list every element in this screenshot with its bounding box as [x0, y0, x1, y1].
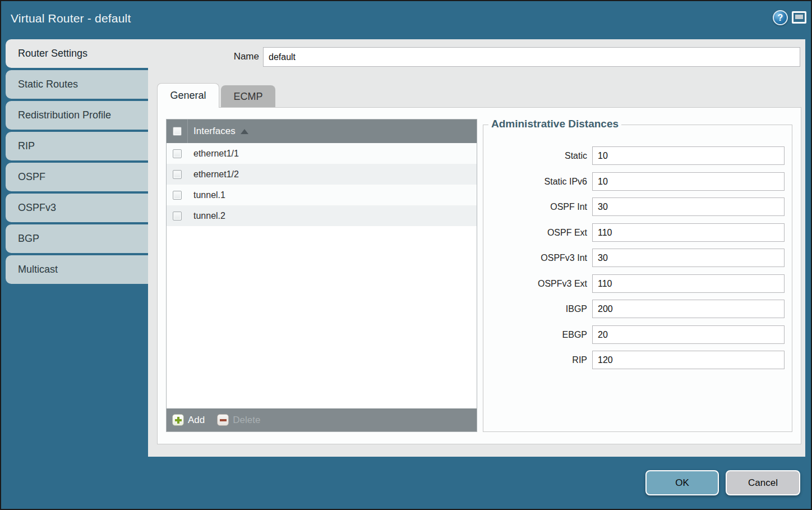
ospfv3-ext-label: OSPFv3 Ext	[483, 279, 587, 289]
row-checkbox[interactable]	[173, 170, 182, 179]
field-row: OSPF Ext	[483, 223, 792, 242]
sidebar-item-router-settings[interactable]: Router Settings	[6, 39, 148, 68]
row-checkbox[interactable]	[173, 149, 182, 158]
table-row[interactable]: ethernet1/2	[167, 164, 477, 185]
sidebar-item-ospf[interactable]: OSPF	[6, 163, 148, 191]
ospfv3-ext-input[interactable]	[592, 274, 785, 293]
rip-label: RIP	[483, 355, 587, 365]
field-row: Static	[483, 146, 792, 166]
field-row: OSPF Int	[483, 197, 792, 217]
interface-name: ethernet1/2	[193, 169, 239, 180]
sidebar-item-multicast[interactable]: Multicast	[6, 255, 148, 284]
row-checkbox[interactable]	[173, 191, 182, 200]
static-label: Static	[483, 151, 587, 161]
tab-general[interactable]: General	[157, 83, 219, 108]
ebgp-input[interactable]	[592, 325, 785, 344]
row-checkbox[interactable]	[173, 212, 182, 220]
ospf-ext-input[interactable]	[592, 223, 785, 242]
field-row: OSPFv3 Ext	[483, 274, 792, 293]
interface-name: tunnel.1	[193, 190, 225, 200]
sidebar-item-bgp[interactable]: BGP	[6, 224, 148, 253]
interfaces-table-body: ethernet1/1 ethernet1/2 tunnel.1 tunnel.…	[167, 143, 477, 408]
add-button-label: Add	[188, 415, 205, 426]
dialog-title: Virtual Router - default	[11, 12, 131, 25]
ibgp-label: IBGP	[483, 304, 587, 314]
static-ipv6-input[interactable]	[592, 172, 785, 191]
ibgp-input[interactable]	[592, 300, 785, 318]
table-row[interactable]: ethernet1/1	[167, 143, 477, 164]
ospfv3-int-label: OSPFv3 Int	[483, 253, 587, 263]
interfaces-table-header: Interfaces	[167, 120, 477, 143]
interfaces-table-footer: Add Delete	[167, 408, 477, 431]
interfaces-column-header[interactable]: Interfaces	[193, 126, 236, 137]
titlebar: Virtual Router - default ?	[1, 1, 811, 38]
select-all-checkbox[interactable]	[173, 127, 182, 136]
ospfv3-int-input[interactable]	[592, 249, 785, 267]
main-panel: Name General ECMP Interfaces	[148, 39, 805, 457]
header-checkbox-cell	[167, 120, 188, 143]
field-row: Static IPv6	[483, 172, 792, 191]
field-row: OSPFv3 Int	[483, 249, 792, 268]
sidebar-item-redistribution-profile[interactable]: Redistribution Profile	[6, 101, 148, 130]
tabstrip: General ECMP	[157, 83, 275, 108]
plus-icon	[172, 414, 184, 426]
table-row[interactable]: tunnel.2	[167, 205, 477, 226]
interface-name: ethernet1/1	[193, 149, 239, 159]
static-input[interactable]	[592, 146, 785, 165]
delete-button[interactable]: Delete	[217, 414, 260, 426]
field-row: RIP	[483, 351, 792, 370]
interface-name: tunnel.2	[193, 211, 225, 221]
cancel-button[interactable]: Cancel	[726, 470, 800, 495]
window-icon[interactable]	[792, 11, 806, 24]
administrative-distances-legend: Administrative Distances	[488, 118, 621, 130]
window-icon-pane	[795, 15, 803, 19]
general-tab-panel: Interfaces ethernet1/1 ethernet1/2 tunne…	[157, 107, 801, 444]
sidebar-item-static-routes[interactable]: Static Routes	[6, 70, 148, 99]
sidebar-item-ospfv3[interactable]: OSPFv3	[6, 194, 148, 222]
sidebar-item-rip[interactable]: RIP	[6, 132, 148, 160]
table-row[interactable]: tunnel.1	[167, 185, 477, 205]
static-ipv6-label: Static IPv6	[483, 177, 587, 187]
tab-ecmp[interactable]: ECMP	[221, 85, 275, 108]
help-icon[interactable]: ?	[773, 10, 788, 25]
name-row: Name	[148, 47, 805, 67]
ebgp-label: EBGP	[483, 330, 587, 340]
administrative-distances-fieldset: Administrative Distances Static Static I…	[483, 125, 792, 432]
name-label: Name	[228, 51, 259, 62]
ospf-int-label: OSPF Int	[483, 202, 587, 212]
virtual-router-dialog: Virtual Router - default ? Router Settin…	[0, 0, 812, 510]
ospf-int-input[interactable]	[592, 197, 785, 216]
sort-ascending-icon[interactable]	[241, 129, 248, 134]
interfaces-table: Interfaces ethernet1/1 ethernet1/2 tunne…	[166, 119, 477, 432]
delete-button-label: Delete	[233, 415, 260, 426]
field-row: IBGP	[483, 300, 792, 319]
field-row: EBGP	[483, 325, 792, 344]
sidebar: Router Settings Static Routes Redistribu…	[6, 39, 148, 286]
rip-input[interactable]	[592, 351, 785, 369]
add-button[interactable]: Add	[172, 414, 205, 426]
ospf-ext-label: OSPF Ext	[483, 228, 587, 238]
minus-icon	[217, 414, 229, 426]
ok-button[interactable]: OK	[645, 470, 719, 495]
name-input[interactable]	[263, 47, 800, 67]
